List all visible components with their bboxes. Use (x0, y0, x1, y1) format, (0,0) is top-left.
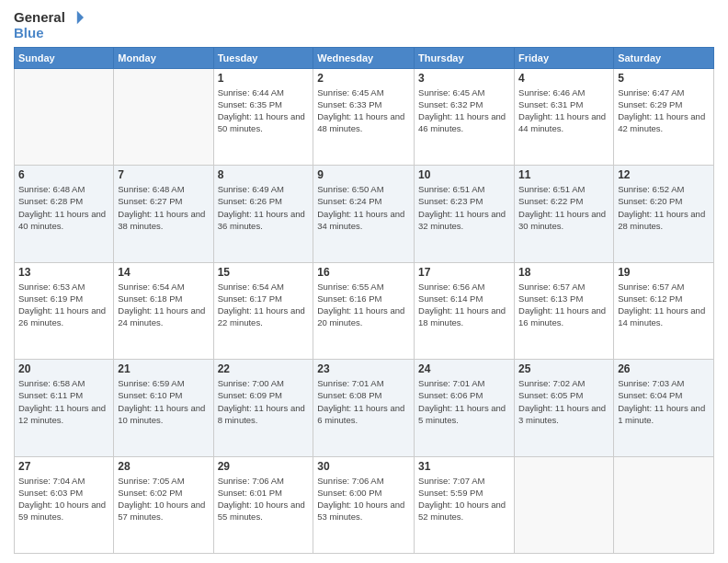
day-number: 10 (418, 168, 510, 181)
calendar-cell: 31Sunrise: 7:07 AMSunset: 5:59 PMDayligh… (415, 456, 515, 554)
calendar-cell: 17Sunrise: 6:56 AMSunset: 6:14 PMDayligh… (415, 262, 515, 360)
day-number: 20 (18, 362, 109, 375)
day-info: Sunrise: 6:54 AMSunset: 6:18 PMDaylight:… (118, 281, 209, 329)
calendar-cell: 13Sunrise: 6:53 AMSunset: 6:19 PMDayligh… (15, 262, 114, 360)
day-number: 31 (418, 460, 510, 473)
day-info: Sunrise: 6:56 AMSunset: 6:14 PMDaylight:… (418, 281, 510, 329)
calendar-cell: 19Sunrise: 6:57 AMSunset: 6:12 PMDayligh… (614, 262, 714, 360)
calendar-cell: 10Sunrise: 6:51 AMSunset: 6:23 PMDayligh… (415, 166, 515, 263)
day-number: 26 (618, 362, 710, 375)
day-number: 24 (418, 362, 510, 375)
weekday-header-sunday: Sunday (15, 47, 114, 68)
day-number: 12 (618, 168, 710, 181)
day-info: Sunrise: 6:52 AMSunset: 6:20 PMDaylight:… (618, 183, 710, 232)
day-number: 19 (618, 266, 710, 279)
day-number: 28 (118, 460, 209, 473)
calendar-cell: 9Sunrise: 6:50 AMSunset: 6:24 PMDaylight… (313, 166, 415, 263)
day-number: 27 (18, 460, 109, 473)
calendar-cell: 4Sunrise: 6:46 AMSunset: 6:31 PMDaylight… (515, 68, 614, 166)
day-number: 15 (218, 266, 310, 279)
calendar-cell (515, 456, 614, 554)
day-info: Sunrise: 6:48 AMSunset: 6:27 PMDaylight:… (118, 183, 209, 232)
calendar-cell (614, 456, 714, 554)
day-number: 8 (218, 168, 310, 181)
weekday-header-tuesday: Tuesday (213, 47, 313, 68)
day-number: 4 (518, 72, 609, 85)
calendar-cell: 8Sunrise: 6:49 AMSunset: 6:26 PMDaylight… (213, 166, 313, 263)
day-info: Sunrise: 7:00 AMSunset: 6:09 PMDaylight:… (218, 377, 310, 426)
day-info: Sunrise: 6:53 AMSunset: 6:19 PMDaylight:… (18, 281, 109, 329)
day-info: Sunrise: 7:02 AMSunset: 6:05 PMDaylight:… (518, 377, 609, 426)
week-row-1: 1Sunrise: 6:44 AMSunset: 6:35 PMDaylight… (15, 68, 714, 166)
calendar-cell: 5Sunrise: 6:47 AMSunset: 6:29 PMDaylight… (614, 68, 714, 166)
day-number: 13 (18, 266, 109, 279)
day-info: Sunrise: 6:50 AMSunset: 6:24 PMDaylight:… (317, 183, 410, 232)
day-info: Sunrise: 7:06 AMSunset: 6:01 PMDaylight:… (218, 475, 310, 523)
calendar-cell: 26Sunrise: 7:03 AMSunset: 6:04 PMDayligh… (614, 360, 714, 457)
day-number: 16 (317, 266, 410, 279)
day-number: 7 (118, 168, 209, 181)
day-info: Sunrise: 6:54 AMSunset: 6:17 PMDaylight:… (218, 281, 310, 329)
day-number: 1 (218, 72, 310, 85)
day-info: Sunrise: 7:01 AMSunset: 6:06 PMDaylight:… (418, 377, 510, 426)
day-number: 21 (118, 362, 209, 375)
day-number: 14 (118, 266, 209, 279)
calendar-cell: 23Sunrise: 7:01 AMSunset: 6:08 PMDayligh… (313, 360, 415, 457)
day-info: Sunrise: 7:07 AMSunset: 5:59 PMDaylight:… (418, 475, 510, 523)
weekday-header-friday: Friday (515, 47, 614, 68)
day-number: 25 (518, 362, 609, 375)
day-info: Sunrise: 6:46 AMSunset: 6:31 PMDaylight:… (518, 86, 609, 135)
day-number: 29 (218, 460, 310, 473)
day-info: Sunrise: 6:58 AMSunset: 6:11 PMDaylight:… (18, 377, 109, 426)
calendar: SundayMondayTuesdayWednesdayThursdayFrid… (14, 47, 714, 555)
day-number: 2 (317, 72, 410, 85)
calendar-cell: 22Sunrise: 7:00 AMSunset: 6:09 PMDayligh… (213, 360, 313, 457)
day-info: Sunrise: 7:05 AMSunset: 6:02 PMDaylight:… (118, 475, 209, 523)
calendar-cell: 7Sunrise: 6:48 AMSunset: 6:27 PMDaylight… (114, 166, 213, 263)
calendar-cell: 16Sunrise: 6:55 AMSunset: 6:16 PMDayligh… (313, 262, 415, 360)
weekday-header-row: SundayMondayTuesdayWednesdayThursdayFrid… (15, 47, 714, 68)
logo-general: General (14, 10, 65, 26)
calendar-cell (114, 68, 213, 166)
day-number: 5 (618, 72, 710, 85)
day-number: 3 (418, 72, 510, 85)
day-info: Sunrise: 6:57 AMSunset: 6:13 PMDaylight:… (518, 281, 609, 329)
calendar-cell: 28Sunrise: 7:05 AMSunset: 6:02 PMDayligh… (114, 456, 213, 554)
weekday-header-monday: Monday (114, 47, 213, 68)
calendar-cell: 27Sunrise: 7:04 AMSunset: 6:03 PMDayligh… (15, 456, 114, 554)
calendar-cell: 1Sunrise: 6:44 AMSunset: 6:35 PMDaylight… (213, 68, 313, 166)
day-number: 6 (18, 168, 109, 181)
calendar-cell: 3Sunrise: 6:45 AMSunset: 6:32 PMDaylight… (415, 68, 515, 166)
day-number: 30 (317, 460, 410, 473)
calendar-cell: 14Sunrise: 6:54 AMSunset: 6:18 PMDayligh… (114, 262, 213, 360)
svg-marker-0 (77, 11, 84, 24)
day-info: Sunrise: 6:49 AMSunset: 6:26 PMDaylight:… (218, 183, 310, 232)
day-info: Sunrise: 6:51 AMSunset: 6:23 PMDaylight:… (418, 183, 510, 232)
logo-icon (67, 9, 84, 26)
calendar-cell: 20Sunrise: 6:58 AMSunset: 6:11 PMDayligh… (15, 360, 114, 457)
day-info: Sunrise: 6:45 AMSunset: 6:32 PMDaylight:… (418, 86, 510, 135)
day-info: Sunrise: 7:03 AMSunset: 6:04 PMDaylight:… (618, 377, 710, 426)
day-number: 23 (317, 362, 410, 375)
calendar-cell: 6Sunrise: 6:48 AMSunset: 6:28 PMDaylight… (15, 166, 114, 263)
calendar-cell: 21Sunrise: 6:59 AMSunset: 6:10 PMDayligh… (114, 360, 213, 457)
day-info: Sunrise: 7:01 AMSunset: 6:08 PMDaylight:… (317, 377, 410, 426)
calendar-cell: 18Sunrise: 6:57 AMSunset: 6:13 PMDayligh… (515, 262, 614, 360)
calendar-cell: 2Sunrise: 6:45 AMSunset: 6:33 PMDaylight… (313, 68, 415, 166)
day-number: 17 (418, 266, 510, 279)
calendar-cell: 25Sunrise: 7:02 AMSunset: 6:05 PMDayligh… (515, 360, 614, 457)
day-info: Sunrise: 6:48 AMSunset: 6:28 PMDaylight:… (18, 183, 109, 232)
calendar-cell: 29Sunrise: 7:06 AMSunset: 6:01 PMDayligh… (213, 456, 313, 554)
day-number: 9 (317, 168, 410, 181)
header: General Blue (14, 9, 714, 41)
weekday-header-wednesday: Wednesday (313, 47, 415, 68)
calendar-cell: 11Sunrise: 6:51 AMSunset: 6:22 PMDayligh… (515, 166, 614, 263)
day-number: 22 (218, 362, 310, 375)
day-info: Sunrise: 6:45 AMSunset: 6:33 PMDaylight:… (317, 86, 410, 135)
calendar-cell: 24Sunrise: 7:01 AMSunset: 6:06 PMDayligh… (415, 360, 515, 457)
day-number: 11 (518, 168, 609, 181)
day-info: Sunrise: 7:04 AMSunset: 6:03 PMDaylight:… (18, 475, 109, 523)
day-info: Sunrise: 6:51 AMSunset: 6:22 PMDaylight:… (518, 183, 609, 232)
calendar-cell: 15Sunrise: 6:54 AMSunset: 6:17 PMDayligh… (213, 262, 313, 360)
logo-blue: Blue (14, 26, 44, 41)
